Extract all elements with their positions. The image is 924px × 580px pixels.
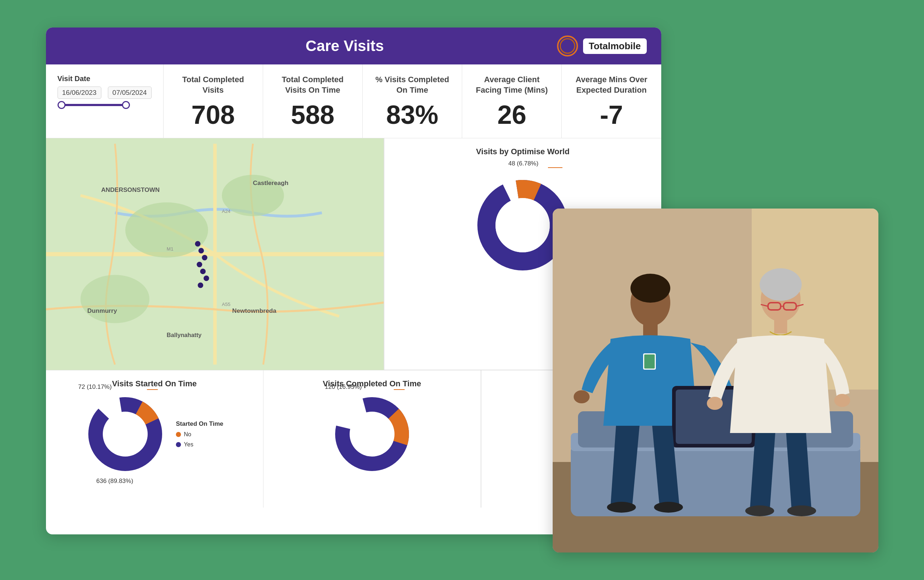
- filter-label: Visit Date: [58, 74, 152, 83]
- svg-point-50: [760, 268, 802, 301]
- map-svg: ANDERSONSTOWN Castlereagh Dunmurry Newto…: [46, 138, 384, 370]
- svg-point-45: [607, 502, 636, 512]
- svg-point-46: [654, 502, 683, 512]
- svg-text:Dunmurry: Dunmurry: [87, 307, 117, 314]
- date-start[interactable]: 16/06/2023: [58, 87, 101, 99]
- svg-point-59: [745, 506, 774, 516]
- svg-rect-40: [643, 323, 658, 337]
- kpi-completed-on-time: Total CompletedVisits On Time 588: [263, 64, 363, 138]
- kpi-completed-on-time-value: 588: [291, 102, 334, 128]
- svg-point-31: [350, 412, 395, 456]
- totalmobile-logo-icon: [557, 35, 578, 56]
- logo-area: Totalmobile: [557, 35, 647, 56]
- visits-started-donut-container: 72 (10.17%) 636 (89.83%): [85, 394, 165, 474]
- legend-label-no: No: [184, 431, 191, 438]
- legend-dot-yes: [176, 442, 181, 447]
- kpi-avg-client-time-value: 26: [497, 102, 526, 128]
- slider-fill: [62, 104, 125, 106]
- svg-point-41: [574, 390, 590, 403]
- visits-started-bottom-label: 636 (89.83%): [96, 478, 133, 485]
- kpi-total-completed-label: Total CompletedVisits: [182, 74, 244, 95]
- completed-callout-line: [394, 389, 404, 390]
- nurse-scene-svg: [552, 209, 878, 552]
- svg-rect-48: [644, 354, 655, 369]
- visits-started-title: Visits Started On Time: [112, 379, 197, 389]
- map-section: ANDERSONSTOWN Castlereagh Dunmurry Newto…: [46, 138, 385, 370]
- svg-point-11: [197, 262, 202, 267]
- header: Care Visits Totalmobile: [46, 28, 661, 64]
- svg-point-14: [197, 282, 203, 288]
- svg-text:A55: A55: [222, 302, 230, 307]
- legend-label-yes: Yes: [184, 442, 193, 448]
- kpi-avg-mins-over-value: -7: [600, 102, 623, 128]
- svg-text:A24: A24: [222, 209, 230, 214]
- visits-completed-top-label: 120 (16.95%): [325, 384, 362, 391]
- svg-text:Newtownbreda: Newtownbreda: [232, 307, 276, 314]
- visits-started-on-time-section: Visits Started On Time 72 (10.17%): [46, 371, 263, 508]
- kpi-avg-mins-over-label: Average Mins OverExpected Duration: [575, 74, 648, 95]
- nurse-scene: [552, 209, 878, 552]
- legend-item-no: No: [176, 431, 223, 438]
- visits-started-donut-svg: [85, 394, 165, 474]
- legend-item-yes: Yes: [176, 442, 223, 448]
- visits-started-legend: Started On Time No Yes: [176, 420, 223, 448]
- kpi-completed-on-time-label: Total CompletedVisits On Time: [282, 74, 344, 95]
- visits-started-legend-title: Started On Time: [176, 420, 223, 428]
- svg-point-58: [834, 394, 850, 407]
- svg-text:M1: M1: [166, 247, 173, 252]
- svg-point-57: [707, 397, 723, 410]
- svg-text:ANDERSONSTOWN: ANDERSONSTOWN: [101, 186, 159, 194]
- kpi-total-completed: Total CompletedVisits 708: [164, 64, 263, 138]
- kpi-avg-client-time: Average ClientFacing Time (Mins) 26: [462, 64, 562, 138]
- svg-point-13: [204, 275, 209, 281]
- visits-started-top-label: 72 (10.17%): [78, 384, 112, 391]
- svg-text:Ballynahatty: Ballynahatty: [166, 332, 201, 338]
- started-callout-line: [147, 389, 158, 390]
- svg-text:Castlereagh: Castlereagh: [253, 180, 288, 187]
- visits-optimise-title: Visits by Optimise World: [393, 147, 652, 157]
- svg-point-8: [195, 241, 200, 247]
- optimise-top-label: 48 (6.78%): [508, 160, 538, 167]
- date-filter: Visit Date 16/06/2023 07/05/2024: [46, 64, 164, 138]
- kpi-pct-on-time: % Visits CompletedOn Time 83%: [363, 64, 462, 138]
- kpi-avg-client-time-label: Average ClientFacing Time (Mins): [476, 74, 548, 95]
- visits-completed-pie-area: 120 (16.95%): [332, 394, 412, 474]
- optimise-callout-line: [548, 167, 562, 168]
- logo-text: Totalmobile: [583, 38, 647, 54]
- svg-point-60: [787, 506, 816, 516]
- visits-completed-donut-svg: [332, 394, 412, 474]
- visits-started-pie-area: 72 (10.17%) 636 (89.83%) St: [85, 394, 223, 474]
- date-range: 16/06/2023 07/05/2024: [58, 87, 152, 99]
- photo-overlay: [552, 209, 878, 552]
- svg-point-9: [198, 248, 204, 254]
- svg-point-7: [81, 275, 150, 323]
- kpi-row: Visit Date 16/06/2023 07/05/2024 Total C…: [46, 64, 661, 138]
- svg-point-3: [566, 44, 570, 48]
- date-end[interactable]: 07/05/2024: [108, 87, 152, 99]
- svg-point-25: [495, 198, 550, 252]
- svg-point-28: [103, 412, 148, 456]
- slider-thumb-right[interactable]: [122, 101, 130, 109]
- visits-completed-section: Visits Completed On Time 120 (16.95%): [263, 371, 481, 508]
- kpi-pct-on-time-label: % Visits CompletedOn Time: [375, 74, 449, 95]
- visits-completed-donut-container: 120 (16.95%): [332, 394, 412, 474]
- kpi-total-completed-value: 708: [191, 102, 235, 128]
- date-slider-track[interactable]: [58, 104, 130, 106]
- kpi-pct-on-time-value: 83%: [386, 102, 438, 128]
- svg-point-39: [630, 274, 670, 303]
- dashboard-wrapper: Care Visits Totalmobile Visit Date 16/06…: [46, 28, 878, 552]
- legend-dot-no: [176, 432, 181, 437]
- svg-rect-56: [774, 319, 787, 333]
- svg-point-10: [202, 255, 207, 260]
- slider-thumb-left[interactable]: [58, 101, 66, 109]
- dashboard-title: Care Visits: [133, 37, 557, 55]
- kpi-avg-mins-over: Average Mins OverExpected Duration -7: [562, 64, 661, 138]
- map-background: ANDERSONSTOWN Castlereagh Dunmurry Newto…: [46, 138, 384, 370]
- svg-point-12: [200, 269, 205, 274]
